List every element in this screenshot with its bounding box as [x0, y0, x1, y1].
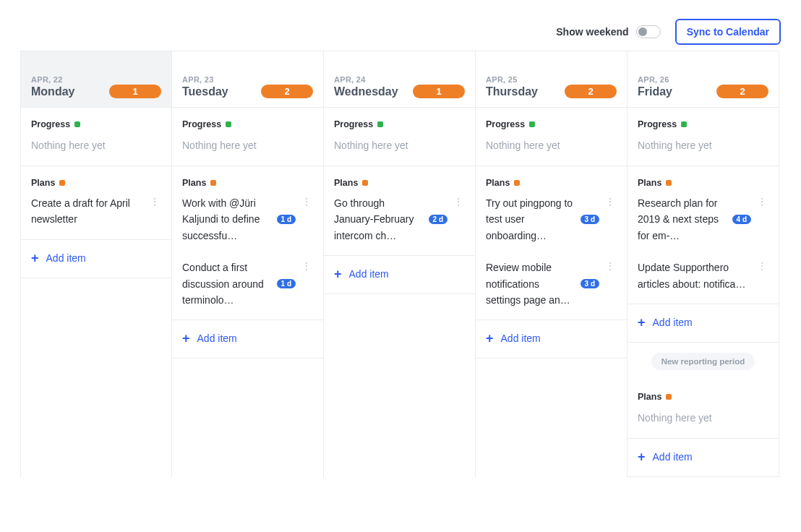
plans-color-icon: [514, 180, 520, 186]
progress-section: ProgressNothing here yet: [172, 108, 323, 166]
progress-empty-text: Nothing here yet: [182, 129, 313, 163]
day-count-badge: 1: [413, 85, 465, 98]
plan-item-text: Review mobile notifica­tions settings pa…: [486, 259, 576, 308]
day-date-label: APR, 24: [334, 75, 398, 84]
day-date-label: APR, 25: [486, 75, 538, 84]
add-item-label: Add item: [653, 451, 693, 463]
plan-item-menu-icon[interactable]: ⋮: [604, 195, 617, 208]
plans-section: PlansGo through January-February interco…: [324, 166, 475, 256]
plan-item[interactable]: Try out pingpong to test user onboarding…: [486, 188, 617, 252]
plan-item[interactable]: Research plan for 2019 & next steps for …: [638, 188, 768, 252]
progress-section: ProgressNothing here yet: [324, 108, 475, 166]
day-header: APR, 24Wednesday1: [324, 51, 475, 108]
plans-color-icon: [59, 180, 65, 186]
plan-item-menu-icon[interactable]: ⋮: [300, 259, 313, 273]
plan-item-age-pill: 1 d: [277, 215, 296, 224]
plans-section: PlansWork with @Jüri Kaljun­di to define…: [172, 166, 323, 320]
plan-item-text: Update Supporthero articles about: notif…: [638, 259, 751, 292]
progress-color-icon: [529, 121, 535, 127]
sync-to-calendar-button[interactable]: Sync to Calendar: [675, 19, 781, 45]
plans-label: Plans: [334, 178, 358, 188]
show-weekend-label: Show weekend: [556, 26, 628, 38]
add-item-label: Add item: [349, 268, 389, 280]
plans-color-icon: [362, 180, 368, 186]
plan-item-text: Conduct a first discus­sion around termi…: [182, 259, 273, 308]
progress-section: ProgressNothing here yet: [627, 108, 779, 166]
day-name: Thursday: [486, 85, 538, 98]
progress-empty-text: Nothing here yet: [486, 129, 617, 163]
plan-item[interactable]: Update Supporthero articles about: notif…: [638, 252, 768, 301]
plan-item[interactable]: Conduct a first discus­sion around termi…: [182, 252, 313, 317]
add-item-label: Add item: [197, 332, 237, 344]
plans-empty-text: Nothing here yet: [638, 402, 768, 435]
plan-item[interactable]: Create a draft for April newsletter⋮: [31, 188, 161, 236]
plan-item-age-pill: 3 d: [581, 215, 599, 224]
day-count-badge: 2: [565, 85, 617, 98]
plan-item-age-pill: 4 d: [732, 215, 751, 224]
day-date-label: APR, 23: [182, 75, 228, 84]
progress-empty-text: Nothing here yet: [31, 129, 161, 163]
day-header: APR, 22Monday1: [21, 51, 171, 108]
plans-label: Plans: [638, 178, 661, 188]
progress-label: Progress: [31, 119, 70, 129]
plan-item-text: Try out pingpong to test user onboarding…: [486, 195, 576, 244]
add-item-button[interactable]: +Add item: [21, 240, 171, 278]
add-item-label: Add item: [653, 317, 693, 328]
day-name: Monday: [31, 85, 74, 98]
add-item-button[interactable]: +Add item: [324, 256, 475, 294]
day-column: APR, 26Friday2ProgressNothing here yetPl…: [627, 51, 779, 477]
plan-item[interactable]: Review mobile notifica­tions settings pa…: [486, 252, 617, 317]
add-item-button[interactable]: +Add item: [476, 320, 627, 359]
day-count-badge: 2: [716, 85, 768, 98]
plus-icon: +: [334, 267, 342, 280]
show-weekend-toggle[interactable]: [636, 25, 661, 38]
add-item-label: Add item: [501, 332, 541, 344]
plan-item-menu-icon[interactable]: ⋮: [604, 259, 617, 273]
plan-item-menu-icon[interactable]: ⋮: [148, 195, 161, 208]
plan-item-text: Research plan for 2019 & next steps for …: [638, 195, 728, 244]
plan-item[interactable]: Work with @Jüri Kaljun­di to define succ…: [182, 188, 313, 252]
plans-label: Plans: [182, 178, 206, 188]
day-date-label: APR, 26: [638, 75, 672, 84]
day-column: APR, 22Monday1ProgressNothing here yetPl…: [20, 51, 172, 477]
day-name: Wednesday: [334, 85, 398, 98]
plan-item-age-pill: 1 d: [277, 279, 296, 288]
plan-item-menu-icon[interactable]: ⋮: [300, 195, 313, 208]
plan-item-text: Create a draft for April newsletter: [31, 195, 144, 228]
day-date-label: APR, 22: [31, 75, 74, 84]
progress-section: ProgressNothing here yet: [21, 108, 171, 166]
plans-section: PlansNothing here yet: [627, 380, 779, 439]
add-item-button[interactable]: +Add item: [627, 439, 779, 477]
plus-icon: +: [182, 332, 190, 345]
plan-item-text: Go through January-February intercom ch…: [334, 195, 424, 244]
progress-label: Progress: [486, 119, 525, 129]
day-column: APR, 24Wednesday1ProgressNothing here ye…: [324, 51, 476, 477]
day-header: APR, 23Tuesday2: [172, 51, 323, 108]
plans-color-icon: [666, 180, 672, 186]
day-column: APR, 23Tuesday2ProgressNothing here yetP…: [172, 51, 324, 477]
add-item-button[interactable]: +Add item: [627, 304, 779, 343]
progress-section: ProgressNothing here yet: [476, 108, 627, 166]
plans-section: PlansTry out pingpong to test user onboa…: [476, 166, 627, 320]
progress-color-icon: [377, 121, 383, 127]
plan-item-menu-icon[interactable]: ⋮: [452, 195, 465, 208]
plans-label: Plans: [486, 178, 510, 188]
day-header: APR, 26Friday2: [627, 51, 779, 108]
new-reporting-period-label: New reporting period: [651, 353, 755, 370]
plans-color-icon: [210, 180, 216, 186]
progress-label: Progress: [334, 119, 373, 129]
plus-icon: +: [31, 252, 39, 265]
plan-item[interactable]: Go through January-February intercom ch……: [334, 188, 465, 252]
plan-item-menu-icon[interactable]: ⋮: [755, 259, 768, 273]
plan-item-age-pill: 2 d: [429, 215, 447, 224]
add-item-button[interactable]: +Add item: [172, 320, 323, 359]
day-name: Friday: [638, 85, 672, 98]
plus-icon: +: [638, 316, 646, 329]
plan-item-text: Work with @Jüri Kaljun­di to define succ…: [182, 195, 273, 244]
plans-label: Plans: [31, 178, 55, 188]
day-count-badge: 2: [261, 85, 313, 98]
plus-icon: +: [486, 332, 494, 345]
plan-item-menu-icon[interactable]: ⋮: [755, 195, 768, 208]
day-name: Tuesday: [182, 85, 228, 98]
add-item-label: Add item: [46, 252, 86, 264]
